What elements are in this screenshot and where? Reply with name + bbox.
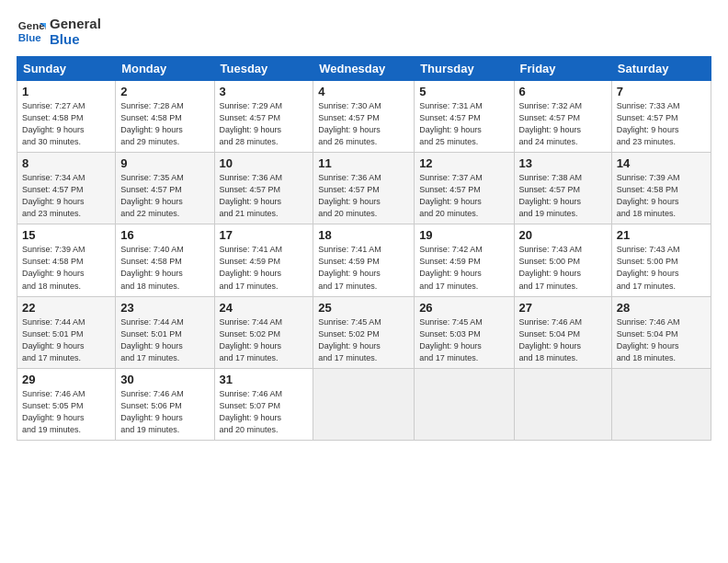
calendar-cell: 14Sunrise: 7:39 AM Sunset: 4:58 PM Dayli… (611, 153, 711, 224)
calendar-cell (415, 368, 514, 440)
day-info: Sunrise: 7:44 AM Sunset: 5:01 PM Dayligh… (22, 316, 110, 364)
calendar-week-1: 1Sunrise: 7:27 AM Sunset: 4:58 PM Daylig… (17, 81, 711, 153)
day-number: 17 (220, 228, 309, 242)
day-number: 10 (220, 156, 309, 170)
calendar-cell: 1Sunrise: 7:27 AM Sunset: 4:58 PM Daylig… (17, 81, 116, 153)
day-info: Sunrise: 7:36 AM Sunset: 4:57 PM Dayligh… (220, 172, 309, 220)
day-number: 2 (120, 85, 209, 98)
day-number: 29 (22, 373, 110, 386)
day-number: 8 (22, 156, 110, 170)
col-header-tuesday: Tuesday (214, 57, 313, 81)
day-number: 16 (120, 228, 209, 242)
calendar-cell: 5Sunrise: 7:31 AM Sunset: 4:57 PM Daylig… (415, 81, 514, 153)
day-number: 4 (318, 85, 409, 98)
day-info: Sunrise: 7:46 AM Sunset: 5:06 PM Dayligh… (120, 388, 209, 436)
day-info: Sunrise: 7:43 AM Sunset: 5:00 PM Dayligh… (519, 244, 607, 292)
day-number: 15 (22, 228, 110, 242)
day-number: 27 (519, 301, 607, 315)
day-info: Sunrise: 7:44 AM Sunset: 5:02 PM Dayligh… (220, 316, 309, 364)
day-number: 23 (120, 301, 209, 315)
day-info: Sunrise: 7:39 AM Sunset: 4:58 PM Dayligh… (617, 172, 706, 220)
calendar-cell: 4Sunrise: 7:30 AM Sunset: 4:57 PM Daylig… (313, 81, 415, 153)
day-number: 7 (617, 85, 706, 98)
calendar-cell: 20Sunrise: 7:43 AM Sunset: 5:00 PM Dayli… (514, 224, 611, 296)
calendar-cell: 15Sunrise: 7:39 AM Sunset: 4:58 PM Dayli… (17, 224, 116, 296)
col-header-monday: Monday (116, 57, 214, 81)
day-info: Sunrise: 7:46 AM Sunset: 5:04 PM Dayligh… (617, 316, 706, 364)
day-info: Sunrise: 7:33 AM Sunset: 4:57 PM Dayligh… (617, 100, 706, 148)
day-info: Sunrise: 7:44 AM Sunset: 5:01 PM Dayligh… (120, 316, 209, 364)
calendar-cell: 26Sunrise: 7:45 AM Sunset: 5:03 PM Dayli… (415, 296, 514, 368)
day-info: Sunrise: 7:46 AM Sunset: 5:04 PM Dayligh… (519, 316, 607, 364)
day-number: 11 (318, 156, 409, 170)
calendar-week-3: 15Sunrise: 7:39 AM Sunset: 4:58 PM Dayli… (17, 224, 711, 296)
calendar-table: SundayMondayTuesdayWednesdayThursdayFrid… (17, 56, 711, 441)
calendar-week-4: 22Sunrise: 7:44 AM Sunset: 5:01 PM Dayli… (17, 296, 711, 368)
calendar-cell: 24Sunrise: 7:44 AM Sunset: 5:02 PM Dayli… (214, 296, 313, 368)
col-header-thursday: Thursday (415, 57, 514, 81)
day-info: Sunrise: 7:28 AM Sunset: 4:58 PM Dayligh… (120, 100, 209, 148)
calendar-cell: 13Sunrise: 7:38 AM Sunset: 4:57 PM Dayli… (514, 153, 611, 224)
day-number: 20 (519, 228, 607, 242)
svg-text:Blue: Blue (18, 31, 42, 42)
day-number: 25 (318, 301, 409, 315)
day-info: Sunrise: 7:36 AM Sunset: 4:57 PM Dayligh… (318, 172, 409, 220)
calendar-cell: 23Sunrise: 7:44 AM Sunset: 5:01 PM Dayli… (116, 296, 214, 368)
col-header-friday: Friday (514, 57, 611, 81)
day-info: Sunrise: 7:40 AM Sunset: 4:58 PM Dayligh… (120, 244, 209, 292)
calendar-cell: 21Sunrise: 7:43 AM Sunset: 5:00 PM Dayli… (611, 224, 711, 296)
day-number: 12 (419, 156, 508, 170)
calendar-week-5: 29Sunrise: 7:46 AM Sunset: 5:05 PM Dayli… (17, 368, 711, 440)
calendar-cell: 28Sunrise: 7:46 AM Sunset: 5:04 PM Dayli… (611, 296, 711, 368)
day-info: Sunrise: 7:45 AM Sunset: 5:02 PM Dayligh… (318, 316, 409, 364)
calendar-cell: 25Sunrise: 7:45 AM Sunset: 5:02 PM Dayli… (313, 296, 415, 368)
day-number: 6 (519, 85, 607, 98)
day-number: 3 (220, 85, 309, 98)
day-number: 19 (419, 228, 508, 242)
day-number: 26 (419, 301, 508, 315)
day-info: Sunrise: 7:46 AM Sunset: 5:07 PM Dayligh… (220, 388, 309, 436)
calendar-cell: 10Sunrise: 7:36 AM Sunset: 4:57 PM Dayli… (214, 153, 313, 224)
calendar-cell: 2Sunrise: 7:28 AM Sunset: 4:58 PM Daylig… (116, 81, 214, 153)
calendar-cell: 22Sunrise: 7:44 AM Sunset: 5:01 PM Dayli… (17, 296, 116, 368)
calendar-week-2: 8Sunrise: 7:34 AM Sunset: 4:57 PM Daylig… (17, 153, 711, 224)
day-info: Sunrise: 7:32 AM Sunset: 4:57 PM Dayligh… (519, 100, 607, 148)
logo: General Blue General Blue (17, 15, 101, 47)
day-info: Sunrise: 7:37 AM Sunset: 4:57 PM Dayligh… (419, 172, 508, 220)
calendar-cell: 16Sunrise: 7:40 AM Sunset: 4:58 PM Dayli… (116, 224, 214, 296)
calendar-cell: 11Sunrise: 7:36 AM Sunset: 4:57 PM Dayli… (313, 153, 415, 224)
logo-icon: General Blue (17, 17, 46, 46)
day-number: 9 (120, 156, 209, 170)
day-number: 24 (220, 301, 309, 315)
calendar-cell: 30Sunrise: 7:46 AM Sunset: 5:06 PM Dayli… (116, 368, 214, 440)
day-info: Sunrise: 7:29 AM Sunset: 4:57 PM Dayligh… (220, 100, 309, 148)
day-info: Sunrise: 7:35 AM Sunset: 4:57 PM Dayligh… (120, 172, 209, 220)
calendar-cell (313, 368, 415, 440)
day-number: 14 (617, 156, 706, 170)
calendar-header-row: SundayMondayTuesdayWednesdayThursdayFrid… (17, 57, 711, 81)
day-info: Sunrise: 7:34 AM Sunset: 4:57 PM Dayligh… (22, 172, 110, 220)
svg-text:General: General (18, 20, 46, 31)
calendar-cell: 19Sunrise: 7:42 AM Sunset: 4:59 PM Dayli… (415, 224, 514, 296)
day-number: 13 (519, 156, 607, 170)
day-number: 21 (617, 228, 706, 242)
day-number: 31 (220, 373, 309, 386)
day-info: Sunrise: 7:42 AM Sunset: 4:59 PM Dayligh… (419, 244, 508, 292)
logo-general: General (50, 17, 101, 32)
calendar-cell (514, 368, 611, 440)
calendar-cell: 27Sunrise: 7:46 AM Sunset: 5:04 PM Dayli… (514, 296, 611, 368)
calendar-cell: 8Sunrise: 7:34 AM Sunset: 4:57 PM Daylig… (17, 153, 116, 224)
col-header-wednesday: Wednesday (313, 57, 415, 81)
day-number: 28 (617, 301, 706, 315)
col-header-sunday: Sunday (17, 57, 116, 81)
day-number: 1 (22, 85, 110, 98)
calendar-cell (611, 368, 711, 440)
day-info: Sunrise: 7:31 AM Sunset: 4:57 PM Dayligh… (419, 100, 508, 148)
calendar-cell: 6Sunrise: 7:32 AM Sunset: 4:57 PM Daylig… (514, 81, 611, 153)
calendar-cell: 3Sunrise: 7:29 AM Sunset: 4:57 PM Daylig… (214, 81, 313, 153)
day-info: Sunrise: 7:41 AM Sunset: 4:59 PM Dayligh… (318, 244, 409, 292)
day-info: Sunrise: 7:30 AM Sunset: 4:57 PM Dayligh… (318, 100, 409, 148)
day-number: 5 (419, 85, 508, 98)
logo-blue: Blue (50, 32, 101, 48)
day-number: 22 (22, 301, 110, 315)
